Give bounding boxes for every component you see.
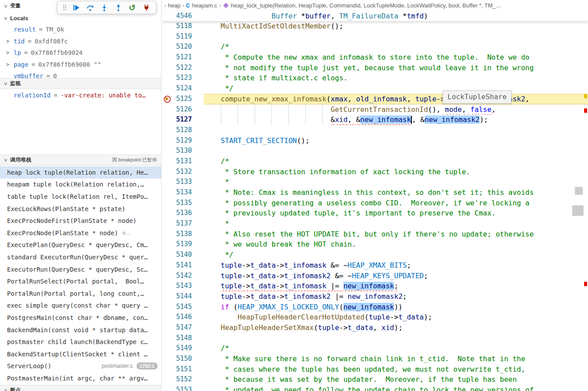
code-line[interactable]: 5128 — [162, 125, 588, 136]
code-line[interactable]: 5150 * Make sure there is no forward cha… — [162, 354, 588, 364]
code-line[interactable]: 5146 HeapTupleHeaderClearHotUpdated(tupl… — [162, 312, 588, 323]
stack-frame[interactable]: heapam_tuple_lock(Relation relation,… — [0, 179, 161, 191]
breakpoint-gutter[interactable] — [162, 32, 173, 42]
variable-row[interactable]: >tid=0xfdf08fc — [0, 36, 161, 47]
variable-row[interactable]: >lp=0x7f86ffb69024 — [0, 47, 161, 59]
stack-frame[interactable]: ExecutorRun(QueryDesc * queryDesc, Sc… — [0, 263, 161, 276]
breakpoint-gutter[interactable] — [162, 219, 173, 229]
breakpoint-gutter[interactable] — [162, 374, 173, 385]
stack-frame[interactable]: BackendMain(const void * startup_data… — [0, 324, 161, 336]
breakpoint-gutter[interactable] — [162, 167, 173, 177]
code-line[interactable]: 5120 /* — [162, 42, 588, 52]
stack-frame[interactable]: ExecLockRows(PlanState * pstate) — [0, 203, 161, 215]
breakpoint-gutter[interactable] — [162, 385, 173, 391]
breakpoint-gutter[interactable] — [162, 187, 173, 198]
breakpoint-gutter[interactable] — [162, 333, 173, 344]
code-line[interactable]: 5139 * we would break the HOT chain. — [162, 239, 588, 250]
code-line[interactable]: 5130 — [162, 146, 588, 156]
callstack-section-header[interactable]: > 调用堆栈 因 breakpoint 已暂停 — [0, 154, 161, 165]
stack-frame[interactable]: heap_lock_tuple(Relation relation, He… — [0, 166, 161, 179]
code-line[interactable]: 5148 — [162, 333, 588, 344]
code-line[interactable]: 5125 compute_new_xmax_infomask(xmax, old… — [162, 94, 588, 104]
breakpoint-gutter[interactable] — [162, 125, 173, 136]
code-line[interactable]: 5144 tuple->t_data->t_infomask2 |= new_i… — [162, 291, 588, 302]
code-line[interactable]: 5134 * Note: Cmax is meaningless in this… — [162, 187, 588, 198]
breakpoint-gutter[interactable] — [162, 115, 173, 125]
breakpoint-gutter[interactable] — [162, 302, 173, 312]
breakpoint-gutter[interactable] — [162, 198, 173, 208]
code-line[interactable]: 5138 * Also reset the HOT UPDATE bit, bu… — [162, 229, 588, 240]
stack-frame[interactable]: postmaster_child_launch(BackendType c… — [0, 336, 161, 348]
code-line[interactable]: 5141 tuple->t_data->t_infomask &= ~HEAP_… — [162, 260, 588, 271]
breakpoint-gutter[interactable] — [162, 146, 173, 156]
breakpoint-gutter[interactable] — [162, 73, 173, 83]
breadcrumb-symbol[interactable]: heap_lock_tuple(Relation, HeapTuple, Com… — [231, 2, 501, 9]
step-out-button[interactable] — [112, 2, 124, 13]
toolbar-drag-handle[interactable] — [61, 2, 68, 13]
code-line[interactable]: 5123 * state if multixact.c elogs. — [162, 73, 588, 83]
breakpoint-gutter[interactable] — [162, 11, 173, 21]
code-line[interactable]: 5119 — [162, 32, 588, 42]
stack-frame[interactable]: PortalRunSelect(Portal portal, _Bool… — [0, 275, 161, 287]
code-line[interactable]: 5118 MultiXactIdSetOldestMember(); — [162, 21, 588, 32]
stack-frame[interactable]: ExecProcNode(PlanState * node)e… — [0, 227, 161, 239]
breakpoint-gutter[interactable] — [162, 354, 173, 364]
variable-row[interactable]: result=TM_Ok — [0, 24, 161, 36]
code-line[interactable]: 4546 Buffer *buffer, TM_FailureData *tmf… — [162, 11, 588, 21]
code-line[interactable]: 5153 * updated, we need to follow the up… — [162, 385, 588, 391]
breakpoints-section-header[interactable]: > 断点 — [0, 385, 161, 391]
overview-ruler[interactable] — [582, 0, 588, 391]
variable-row[interactable]: vmbuffer=0 — [0, 70, 161, 78]
stack-frame[interactable]: PostmasterMain(int argc, char ** argv… — [0, 372, 161, 384]
stack-frame[interactable]: ExecutePlan(QueryDesc * queryDesc, Cm… — [0, 239, 161, 251]
breakpoint-gutter[interactable] — [162, 343, 173, 354]
breakpoint-gutter[interactable] — [162, 156, 173, 167]
stack-frame[interactable]: ServerLoop()postmaster.c1702:1 — [0, 360, 161, 373]
code-line[interactable]: 5131 /* — [162, 156, 588, 167]
code-line[interactable]: 5121 * Compute the new xmax and infomask… — [162, 52, 588, 63]
breakpoint-gutter[interactable] — [162, 83, 173, 94]
code-line[interactable]: 5122 * not modify the tuple just yet, be… — [162, 63, 588, 73]
breakpoint-gutter[interactable] — [162, 281, 173, 291]
step-into-button[interactable] — [98, 2, 110, 13]
continue-button[interactable] — [70, 2, 82, 13]
breakpoint-gutter[interactable] — [162, 364, 173, 375]
code-line[interactable]: 5145 if (HEAP_XMAX_IS_LOCKED_ONLY(new_in… — [162, 302, 588, 312]
code-line[interactable]: 5133 * — [162, 177, 588, 187]
stack-frame[interactable]: PortalRun(Portal portal, long count,… — [0, 287, 161, 300]
stack-frame[interactable]: PostgresMain(const char * dbname, con… — [0, 312, 161, 324]
code-line[interactable]: 5124 */ — [162, 83, 588, 94]
breadcrumb-folder[interactable]: heap — [168, 2, 180, 9]
breakpoint-gutter[interactable] — [162, 291, 173, 302]
breakpoint-gutter[interactable] — [162, 21, 173, 32]
sticky-scroll[interactable]: 4546 Buffer *buffer, TM_FailureData *tmf… — [162, 11, 588, 21]
breakpoint-gutter[interactable] — [162, 42, 173, 52]
code-line[interactable]: 5132 * Store transaction information of … — [162, 167, 588, 177]
breakpoint-gutter[interactable] — [162, 136, 173, 146]
breakpoint-gutter[interactable] — [162, 63, 173, 73]
breakpoint-gutter[interactable] — [162, 271, 173, 281]
code-line[interactable]: 5136 * previously updated tuple, it's im… — [162, 208, 588, 219]
disconnect-button[interactable] — [140, 2, 152, 13]
breakpoint-gutter[interactable] — [162, 208, 173, 219]
variable-row[interactable]: >page=0x7f86ffb69000 "" — [0, 59, 161, 71]
code-line[interactable]: 5137 * — [162, 219, 588, 229]
code-line[interactable]: 5151 * cases where the tuple has been up… — [162, 364, 588, 375]
breakpoint-gutter[interactable] — [162, 250, 173, 260]
stack-frame[interactable]: standard_ExecutorRun(QueryDesc * quer… — [0, 251, 161, 263]
breakpoint-gutter[interactable] — [162, 323, 173, 333]
code-line[interactable]: 5135 * possibly generating a useless com… — [162, 198, 588, 208]
watch-row[interactable]: relationId=-var-create: unable to… — [0, 90, 161, 101]
breakpoint-gutter[interactable] — [162, 312, 173, 323]
watch-section-header[interactable]: > 监视 — [0, 78, 161, 89]
breadcrumb-file[interactable]: heapam.c — [192, 2, 217, 9]
code-line[interactable]: 5142 tuple->t_data->t_infomask2 &= ~HEAP… — [162, 271, 588, 281]
stack-frame[interactable]: ExecProcNodeFirst(PlanState * node) — [0, 215, 161, 227]
scope-locals[interactable]: > Locals — [0, 13, 161, 24]
breakpoint-gutter[interactable] — [162, 239, 173, 250]
breakpoint-gutter[interactable] — [162, 229, 173, 240]
breakpoint-gutter[interactable] — [162, 260, 173, 271]
code-line[interactable]: 5149 /* — [162, 343, 588, 354]
code-line[interactable]: 5147 HeapTupleHeaderSetXmax(tuple->t_dat… — [162, 323, 588, 333]
breakpoint-gutter[interactable] — [162, 104, 173, 115]
